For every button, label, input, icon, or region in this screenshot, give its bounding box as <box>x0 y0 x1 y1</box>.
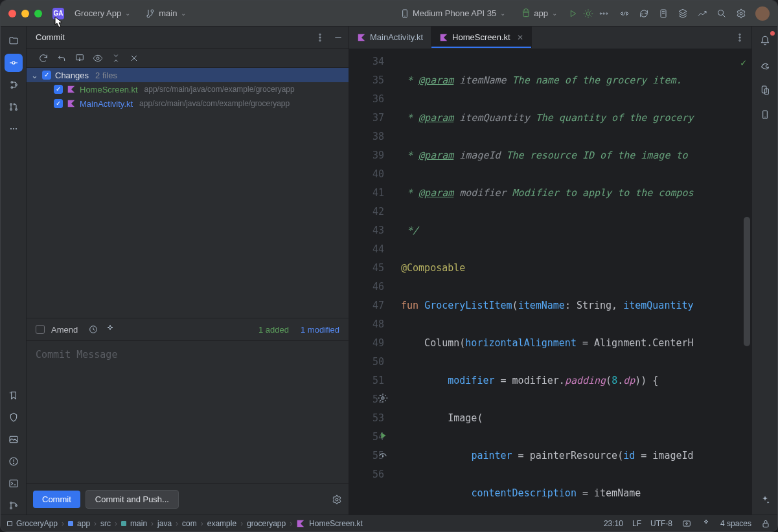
terminal-tool-button[interactable] <box>5 474 23 493</box>
refresh-icon[interactable] <box>38 53 49 63</box>
file-checkbox[interactable] <box>54 99 63 108</box>
breadcrumb-item[interactable]: HomeScreen.kt <box>309 519 363 528</box>
changelist-icon[interactable] <box>111 53 121 63</box>
diff-icon[interactable] <box>93 53 103 63</box>
more-button[interactable] <box>599 8 609 19</box>
svg-point-32 <box>319 34 321 35</box>
changed-file-row[interactable]: HomeScreen.kt app/src/main/java/com/exam… <box>27 82 349 96</box>
svg-point-17 <box>15 84 17 86</box>
maximize-window-button[interactable] <box>34 10 42 17</box>
file-name: HomeScreen.kt <box>80 85 138 94</box>
group-icon[interactable] <box>129 53 139 63</box>
run-gutter-icon[interactable] <box>378 430 388 441</box>
gear-gutter-icon[interactable] <box>378 393 388 403</box>
gradle-tool-button[interactable] <box>756 56 774 74</box>
chevron-down-icon[interactable]: ⌄ <box>30 71 38 80</box>
tab-options-icon[interactable] <box>735 32 745 43</box>
device-selector[interactable]: Medium Phone API 35 ⌄ <box>395 6 510 21</box>
changes-label: Changes <box>55 71 89 80</box>
breadcrumb-item[interactable]: app <box>77 519 90 528</box>
build-variants-tool-button[interactable] <box>5 408 23 427</box>
code-with-me-icon[interactable] <box>619 8 630 19</box>
amend-checkbox[interactable] <box>36 325 45 334</box>
more-tools-button[interactable] <box>5 120 23 138</box>
breadcrumb-item[interactable]: example <box>207 519 236 528</box>
close-window-button[interactable] <box>8 10 16 17</box>
structure-tool-button[interactable] <box>5 76 23 94</box>
debug-button[interactable] <box>583 8 593 19</box>
readonly-toggle-icon[interactable] <box>681 518 692 529</box>
problems-tool-button[interactable] <box>5 452 23 471</box>
project-selector[interactable]: Grocery App ⌄ <box>69 6 135 21</box>
rollback-icon[interactable] <box>56 53 67 63</box>
branch-selector[interactable]: main ⌄ <box>141 6 191 21</box>
avatar[interactable] <box>755 6 770 21</box>
notifications-button[interactable] <box>756 32 774 50</box>
settings-icon[interactable] <box>736 8 746 19</box>
commit-and-push-button[interactable]: Commit and Push... <box>86 490 179 509</box>
editor-scrollbar[interactable] <box>744 217 750 346</box>
build-icon[interactable] <box>678 8 688 19</box>
device-manager-button[interactable] <box>756 81 774 99</box>
run-config-selector[interactable]: app ⌄ <box>516 6 562 21</box>
caret-position[interactable]: 23:10 <box>604 519 623 528</box>
sync-icon[interactable] <box>639 8 649 19</box>
close-tab-icon[interactable]: ✕ <box>517 33 523 42</box>
line-separator[interactable]: LF <box>632 519 641 528</box>
breadcrumb[interactable]: GroceryApp› app› src› main› java› com› e… <box>7 519 599 528</box>
project-tool-button[interactable] <box>5 32 23 50</box>
kotlin-file-icon <box>67 85 76 94</box>
history-icon[interactable] <box>88 324 98 335</box>
file-checkbox[interactable] <box>54 85 63 94</box>
run-button[interactable] <box>567 8 578 19</box>
commit-settings-icon[interactable] <box>332 494 342 505</box>
breadcrumb-item[interactable]: GroceryApp <box>16 519 58 528</box>
breadcrumb-item[interactable]: main <box>130 519 147 528</box>
line-number: 50 <box>349 353 384 371</box>
minimize-panel-icon[interactable] <box>333 32 343 43</box>
changes-group-row[interactable]: ⌄ Changes 2 files <box>27 68 349 82</box>
emulator-tool-button[interactable] <box>756 105 774 124</box>
ai-assistant-button[interactable] <box>756 491 774 509</box>
inspection-status-icon[interactable]: ✓ <box>740 54 746 72</box>
branch-name: main <box>159 8 177 18</box>
resource-manager-tool-button[interactable] <box>5 430 23 449</box>
device-manager-icon[interactable] <box>658 8 669 19</box>
preview-gutter-icon[interactable] <box>378 449 388 460</box>
app-quality-icon[interactable] <box>697 8 707 19</box>
changes-tree[interactable]: ⌄ Changes 2 files HomeScreen.kt app/src/… <box>27 68 349 318</box>
editor-tab-bar: MainActivity.kt HomeScreen.kt ✕ <box>349 27 751 49</box>
right-tool-strip <box>751 27 777 515</box>
android-icon <box>521 8 531 19</box>
commit-button[interactable]: Commit <box>33 491 80 508</box>
breadcrumb-item[interactable]: java <box>157 519 172 528</box>
indent-status[interactable]: 4 spaces <box>720 519 751 528</box>
project-name: Grocery App <box>74 8 121 18</box>
editor-tab[interactable]: HomeScreen.kt ✕ <box>431 27 532 48</box>
line-number: 43 <box>349 221 384 240</box>
bookmarks-tool-button[interactable] <box>5 386 23 405</box>
shelve-icon[interactable] <box>74 53 85 63</box>
commit-tool-button[interactable] <box>5 54 23 72</box>
options-icon[interactable] <box>315 32 325 43</box>
breadcrumb-item[interactable]: groceryapp <box>247 519 286 528</box>
editor-tab[interactable]: MainActivity.kt <box>349 27 431 48</box>
breadcrumb-item[interactable]: src <box>100 519 111 528</box>
editor-viewport[interactable]: 34 35 36 37 38 39 40 41 42 43 44 45 46 4… <box>349 49 751 515</box>
commit-message-input[interactable] <box>27 341 349 483</box>
breadcrumb-item[interactable]: com <box>182 519 197 528</box>
changes-checkbox[interactable] <box>42 71 51 80</box>
search-icon[interactable] <box>716 8 727 19</box>
file-encoding[interactable]: UTF-8 <box>650 519 672 528</box>
line-number: 41 <box>349 184 384 203</box>
module-icon <box>7 521 12 526</box>
lock-icon[interactable] <box>761 518 771 529</box>
ai-status-icon[interactable] <box>701 518 711 529</box>
code-content[interactable]: * @param itemName The name of the grocer… <box>395 49 751 515</box>
vcs-tool-button[interactable] <box>5 496 23 515</box>
ai-commit-icon[interactable] <box>105 324 115 335</box>
minimize-window-button[interactable] <box>21 10 29 17</box>
line-number: 46 <box>349 278 384 296</box>
pull-requests-tool-button[interactable] <box>5 98 23 116</box>
changed-file-row[interactable]: MainActivity.kt app/src/main/java/com/ex… <box>27 96 349 111</box>
